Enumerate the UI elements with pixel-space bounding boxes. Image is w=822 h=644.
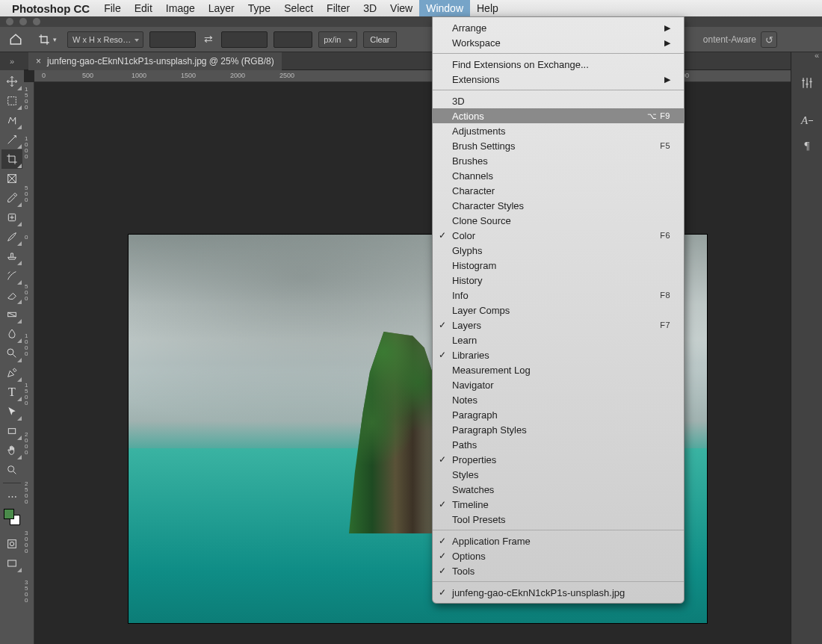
edit-toolbar-icon[interactable]: ⋯ (1, 486, 22, 506)
menu-item[interactable]: Histogram (433, 258, 684, 273)
brush-tool[interactable] (1, 227, 22, 247)
menu-layer[interactable]: Layer (202, 0, 241, 16)
menu-item[interactable]: Paragraph Styles (433, 422, 684, 437)
menu-file[interactable]: File (97, 0, 128, 16)
menu-item[interactable]: Learn (433, 332, 684, 347)
menu-item[interactable]: Swatches (433, 482, 684, 497)
menu-item[interactable]: Find Extensions on Exchange... (433, 57, 684, 72)
toolbar-collapse-chevron[interactable]: » (0, 52, 24, 70)
menu-item[interactable]: Brushes (433, 153, 684, 168)
panel-expand-chevron[interactable]: « (815, 51, 819, 60)
menu-view[interactable]: View (383, 0, 419, 16)
menu-item[interactable]: ✓Properties (433, 452, 684, 467)
menu-item[interactable]: History (433, 273, 684, 288)
menu-item[interactable]: Character (433, 183, 684, 198)
menu-item[interactable]: Navigator (433, 377, 684, 392)
zoom-dot[interactable] (33, 18, 40, 25)
type-tool[interactable]: T (1, 383, 22, 402)
eyedropper-tool[interactable] (1, 188, 22, 208)
menu-item[interactable]: ✓Options (433, 548, 684, 563)
swap-icon[interactable]: ⇄ (202, 33, 215, 46)
menu-item[interactable]: ✓Application Frame (433, 533, 684, 548)
panel-icon-character[interactable]: A (791, 108, 822, 133)
menu-item[interactable]: ✓junfeng-gao-cEknN1ckP1s-unsplash.jpg (433, 585, 684, 600)
menu-item[interactable]: ✓ColorF6 (433, 228, 684, 243)
ratio-dropdown[interactable]: W x H x Reso… (67, 31, 143, 48)
blur-tool[interactable] (1, 324, 22, 344)
reset-icon[interactable]: ↺ (761, 31, 777, 48)
menu-item[interactable]: Notes (433, 392, 684, 407)
menu-item[interactable]: ✓LayersF7 (433, 318, 684, 332)
menu-item[interactable]: Measurement Log (433, 362, 684, 377)
content-aware-label: ontent-Aware (703, 34, 756, 45)
hand-tool[interactable] (1, 441, 22, 460)
unit-dropdown[interactable]: px/in (318, 31, 357, 48)
home-icon[interactable] (4, 30, 27, 49)
menu-item[interactable]: Styles (433, 467, 684, 482)
menu-item[interactable]: Actions⌥ F9 (433, 108, 684, 123)
history-brush-tool[interactable] (1, 266, 22, 285)
panel-icon-paragraph[interactable]: ¶ (791, 133, 822, 158)
menu-item[interactable]: 3D (433, 93, 684, 108)
menu-item[interactable]: Glyphs (433, 243, 684, 258)
menu-item[interactable]: Adjustments (433, 123, 684, 138)
menu-item[interactable]: Layer Comps (433, 303, 684, 318)
menu-item[interactable]: Brush SettingsF5 (433, 138, 684, 153)
width-input[interactable] (149, 31, 196, 48)
menu-help[interactable]: Help (470, 0, 505, 16)
panel-icon-adjustments[interactable] (791, 70, 822, 96)
document-tab[interactable]: × junfeng-gao-cEknN1ckP1s-unsplash.jpg @… (28, 52, 282, 70)
clone-stamp-tool[interactable] (1, 247, 22, 266)
menu-item[interactable]: Extensions▶ (433, 72, 684, 87)
menu-separator (433, 90, 684, 90)
menu-type[interactable]: Type (241, 0, 277, 16)
menu-item[interactable]: ✓Libraries (433, 347, 684, 362)
menu-image[interactable]: Image (159, 0, 202, 16)
height-input[interactable] (221, 31, 268, 48)
minimize-dot[interactable] (19, 18, 27, 25)
ruler-tick: 3000 (25, 530, 28, 554)
menu-item[interactable]: Channels (433, 168, 684, 183)
menu-item[interactable]: Character Styles (433, 198, 684, 213)
color-swatch[interactable] (4, 509, 20, 525)
close-tab-icon[interactable]: × (36, 52, 41, 70)
frame-tool[interactable] (1, 169, 22, 188)
menu-item[interactable]: InfoF8 (433, 288, 684, 303)
menu-item[interactable]: Workspace▶ (433, 35, 684, 50)
menu-select[interactable]: Select (277, 0, 320, 16)
path-selection-tool[interactable] (1, 402, 22, 421)
quick-mask-icon[interactable] (1, 534, 22, 554)
clear-button[interactable]: Clear (363, 31, 396, 48)
eraser-tool[interactable] (1, 285, 22, 305)
menu-item[interactable]: Paragraph (433, 407, 684, 422)
zoom-tool[interactable] (1, 460, 22, 480)
menu-item[interactable]: ✓Timeline (433, 497, 684, 512)
menu-item[interactable]: Tool Presets (433, 512, 684, 527)
crop-tool[interactable] (1, 149, 22, 169)
menu-item[interactable]: Clone Source (433, 213, 684, 228)
lasso-tool[interactable] (1, 111, 22, 130)
menu-item-label: Glyphs (452, 245, 482, 256)
crop-tool-indicator[interactable]: ▾ (33, 30, 61, 49)
menu-item[interactable]: ✓Tools (433, 563, 684, 578)
menu-item[interactable]: Arrange▶ (433, 20, 684, 35)
resolution-input[interactable] (274, 31, 312, 48)
pen-tool[interactable] (1, 363, 22, 383)
move-tool[interactable] (1, 72, 22, 91)
close-dot[interactable] (6, 18, 13, 25)
menu-window[interactable]: Window (419, 0, 470, 16)
menu-item-label: Character Styles (452, 200, 524, 211)
rectangle-tool[interactable] (1, 421, 22, 441)
gradient-tool[interactable] (1, 305, 22, 324)
marquee-tool[interactable] (1, 91, 22, 111)
menu-item[interactable]: Paths (433, 437, 684, 452)
screen-mode-icon[interactable] (1, 554, 22, 573)
menu-edit[interactable]: Edit (128, 0, 159, 16)
healing-brush-tool[interactable] (1, 208, 22, 227)
menu-filter[interactable]: Filter (320, 0, 356, 16)
dodge-tool[interactable] (1, 344, 22, 363)
menu-3d[interactable]: 3D (356, 0, 383, 16)
ruler-vertical[interactable]: 1500 1000 500 0 500 1000 1500 2000 2500 … (24, 82, 34, 644)
magic-wand-tool[interactable] (1, 130, 22, 149)
ruler-tick: 1000 (25, 136, 28, 160)
